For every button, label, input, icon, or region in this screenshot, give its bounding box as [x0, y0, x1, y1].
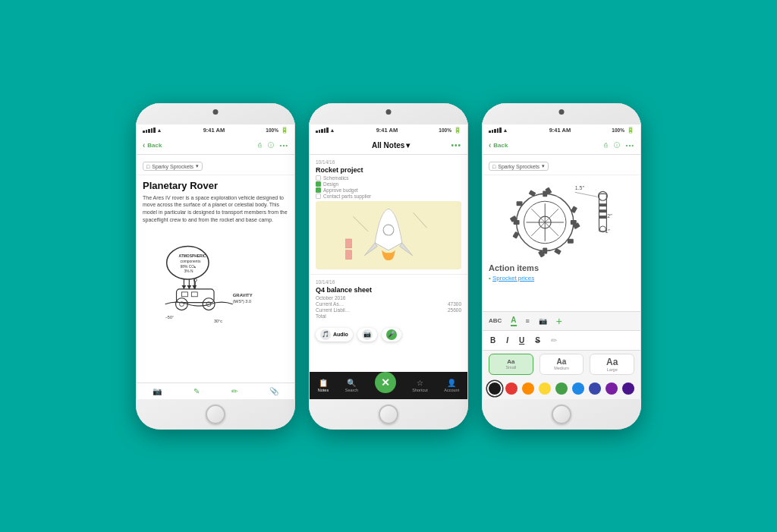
color-yellow[interactable] — [539, 382, 551, 395]
shortcut-tab-icon: ☆ — [417, 379, 423, 387]
tab-shortcut[interactable]: ☆ Shortcut — [412, 379, 427, 392]
fmt-tab-list[interactable]: ≡ — [526, 317, 530, 325]
phone-2: ▲ 9:41 AM 100% 🔋 All Notes ▾ ••• — [309, 103, 468, 430]
more-icon-1[interactable]: ••• — [280, 142, 288, 149]
fmt-tab-add[interactable]: + — [556, 315, 562, 327]
more-icon-3[interactable]: ••• — [626, 142, 634, 149]
note1-date: 10/14/16 — [316, 159, 461, 165]
status-left-1: ▲ — [143, 127, 162, 133]
signal-1 — [143, 127, 156, 133]
svg-text:1.5″: 1.5″ — [575, 185, 585, 190]
status-right-2: 100% 🔋 — [439, 127, 461, 134]
note1-image — [316, 201, 461, 269]
note2-title: Q4 balance sheet — [316, 286, 461, 294]
camera-dot-1 — [213, 109, 219, 115]
chevron-down-icon-2: ▾ — [406, 141, 410, 150]
size-large[interactable]: Aa Large — [590, 354, 634, 375]
camera-tool-icon[interactable]: 📷 — [153, 387, 162, 395]
more-icon-2[interactable]: ••• — [451, 141, 461, 150]
checkbox-2 — [316, 181, 321, 187]
pencil-btn[interactable]: ✏ — [551, 336, 557, 345]
fmt-tab-camera[interactable]: 📷 — [539, 317, 547, 325]
phone3-top — [482, 103, 641, 124]
phone3-screen: ▲ 9:41 AM 100% 🔋 ‹ Back ⎙ ⓘ ••• — [482, 124, 641, 399]
italic-btn[interactable]: I — [506, 336, 508, 345]
notes-tab-icon: 📋 — [319, 379, 328, 387]
svg-marker-8 — [181, 285, 186, 289]
back-label-3: Back — [493, 142, 508, 149]
attach-tool-icon[interactable]: 📎 — [269, 387, 278, 395]
svg-rect-44 — [517, 201, 523, 206]
home-button-2[interactable] — [379, 405, 398, 424]
media-badges-row: 🎵 Audio 📷 🎤 — [310, 325, 467, 345]
account-tab-icon: 👤 — [447, 379, 456, 387]
phone1-sketch: ATMOSPHERIC components 98% CO₂ 3% N — [143, 228, 288, 335]
svg-text:3% N: 3% N — [184, 269, 193, 273]
svg-marker-10 — [192, 285, 197, 289]
camera-badge[interactable]: 📷 — [357, 328, 377, 342]
tab-center[interactable]: ✕ — [375, 378, 396, 393]
sketch-tool-icon[interactable]: ✎ — [193, 387, 200, 395]
home-button-3[interactable] — [552, 405, 571, 424]
mic-badge[interactable]: 🎤 — [382, 328, 401, 342]
all-notes-label: All Notes — [372, 141, 404, 150]
svg-text:GRAVITY: GRAVITY — [233, 292, 253, 297]
size-small[interactable]: Aa Small — [489, 354, 533, 375]
size-large-name: Large — [607, 367, 618, 372]
phone1-note-title: Planetary Rover — [143, 180, 288, 191]
tab-account[interactable]: 👤 Account — [444, 379, 459, 392]
bullet-item-link[interactable]: Sprocket prices — [492, 275, 534, 282]
phone1-note-body[interactable]: The Ares IV rover is a space exploration… — [143, 194, 288, 224]
signal-2 — [316, 127, 329, 133]
fmt-tab-abc[interactable]: ABC — [489, 317, 502, 325]
svg-text:ATMOSPHERIC: ATMOSPHERIC — [179, 254, 207, 258]
strikethrough-btn[interactable]: S — [535, 336, 540, 345]
share-icon-3[interactable]: ⎙ — [604, 142, 608, 149]
bold-btn[interactable]: B — [490, 336, 495, 345]
notebook-badge-3[interactable]: □ Sparky Sprockets ▾ — [489, 162, 549, 171]
info-icon-1[interactable]: ⓘ — [268, 141, 274, 150]
underline-btn[interactable]: U — [519, 336, 524, 345]
phone3-back[interactable]: ‹ Back — [489, 141, 508, 150]
notebook-badge-1[interactable]: □ Sparky Sprockets ▾ — [143, 162, 203, 171]
tab-notes-label: Notes — [318, 388, 329, 392]
home-button-1[interactable] — [206, 405, 225, 424]
phone3-format-tabs: ABC A ≡ 📷 + — [483, 311, 640, 331]
battery-icon-3: 🔋 — [627, 127, 634, 134]
svg-rect-53 — [599, 209, 606, 212]
color-violet[interactable] — [606, 382, 618, 395]
fmt-tab-a[interactable]: A — [511, 316, 516, 326]
action-items-title: Action items — [489, 263, 634, 272]
note1-title: Rocket project — [316, 166, 461, 174]
pencil-tool-icon[interactable]: ✏ — [231, 387, 238, 395]
share-icon-1[interactable]: ⎙ — [258, 142, 262, 149]
row2-val: 47300 — [448, 301, 461, 307]
color-dark-purple[interactable] — [622, 382, 634, 395]
svg-text:30°c: 30°c — [214, 319, 222, 323]
audio-badge[interactable]: 🎵 Audio — [316, 328, 353, 342]
row3-val: 25600 — [448, 307, 461, 313]
phone1-back[interactable]: ‹ Back — [143, 141, 162, 150]
phones-container: ▲ 9:41 AM 100% 🔋 ‹ Back ⎙ ⓘ ••• — [136, 103, 641, 430]
color-indigo[interactable] — [589, 382, 601, 395]
add-button[interactable]: ✕ — [375, 372, 396, 393]
color-red[interactable] — [505, 382, 517, 395]
phone3-size-row: Aa Small Aa Medium Aa Large — [483, 351, 640, 378]
note-item-2[interactable]: 10/14/16 Q4 balance sheet October 2016 C… — [310, 275, 467, 323]
phone1-toolbar: 📷 ✎ ✏ 📎 — [137, 382, 294, 399]
info-icon-3[interactable]: ⓘ — [614, 141, 620, 150]
chevron-left-icon-1: ‹ — [143, 141, 145, 150]
color-black[interactable] — [489, 382, 501, 395]
tab-search[interactable]: 🔍 Search — [345, 379, 358, 392]
note-item-1[interactable]: 10/14/16 Rocket project Schematics Desig… — [310, 155, 467, 275]
color-green[interactable] — [555, 382, 568, 395]
svg-text:1″: 1″ — [605, 228, 610, 233]
color-blue[interactable] — [572, 382, 584, 395]
size-medium[interactable]: Aa Medium — [539, 354, 584, 375]
checkbox-3 — [316, 187, 321, 193]
tab-account-label: Account — [444, 388, 459, 392]
check-item-2: Design — [316, 181, 461, 187]
color-orange[interactable] — [522, 382, 534, 395]
tab-notes[interactable]: 📋 Notes — [318, 379, 329, 392]
phone3-format-bar: B I U S ✏ — [483, 331, 640, 351]
